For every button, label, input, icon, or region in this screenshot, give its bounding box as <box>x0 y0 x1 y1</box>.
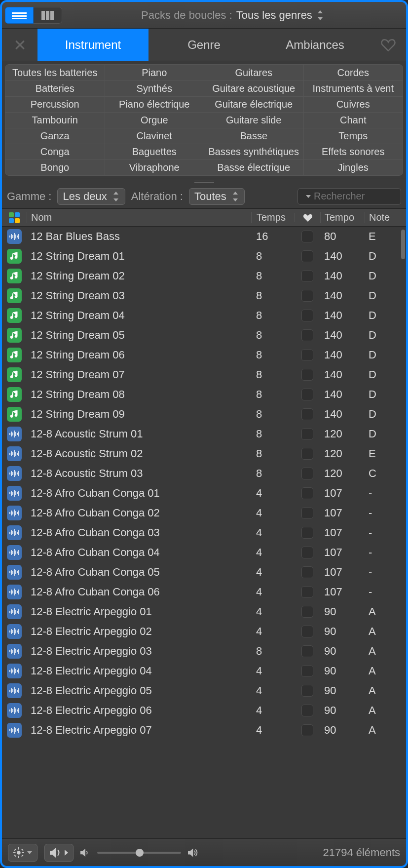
search-input[interactable] <box>314 191 408 202</box>
table-row[interactable]: 12 String Dream 068140D <box>2 345 406 365</box>
category-temps[interactable]: Temps <box>303 128 403 144</box>
column-temps[interactable]: Temps <box>251 212 295 223</box>
tab-instrument[interactable]: Instrument <box>37 29 148 61</box>
category-piano-lectrique[interactable]: Piano électrique <box>105 96 204 112</box>
favorite-checkbox[interactable] <box>301 626 313 637</box>
favorite-checkbox[interactable] <box>301 507 313 519</box>
table-row[interactable]: 12 String Dream 028140D <box>2 266 406 286</box>
table-row[interactable]: 12 String Dream 078140D <box>2 365 406 385</box>
alteration-dropdown[interactable]: Toutes <box>189 188 245 205</box>
scrollbar-thumb[interactable] <box>401 230 405 259</box>
category-guitare-lectrique[interactable]: Guitare électrique <box>204 96 303 112</box>
category-guitare-slide[interactable]: Guitare slide <box>204 112 303 128</box>
favorite-checkbox[interactable] <box>301 290 313 302</box>
tab-ambiances[interactable]: Ambiances <box>260 29 371 61</box>
category-basses-synth-tiques[interactable]: Basses synthétiques <box>204 144 303 159</box>
favorite-checkbox[interactable] <box>301 349 313 361</box>
category-effets-sonores[interactable]: Effets sonores <box>303 144 403 159</box>
favorite-checkbox[interactable] <box>301 270 313 282</box>
favorite-checkbox[interactable] <box>301 448 313 460</box>
category-jingles[interactable]: Jingles <box>303 159 403 175</box>
table-row[interactable]: 12-8 Acoustic Strum 018120D <box>2 424 406 444</box>
search-box[interactable] <box>297 188 401 205</box>
column-note[interactable]: Note <box>365 212 399 223</box>
category-basse[interactable]: Basse <box>204 128 303 144</box>
column-nom[interactable]: Nom <box>27 212 251 223</box>
category-cordes[interactable]: Cordes <box>303 65 403 80</box>
table-row[interactable]: 12-8 Electric Arpeggio 03890A <box>2 641 406 661</box>
table-row[interactable]: 12 Bar Blues Bass1680E <box>2 227 406 246</box>
column-type[interactable] <box>2 212 27 223</box>
view-mode-button-columns[interactable] <box>34 7 62 24</box>
table-row[interactable]: 12 String Dream 048140D <box>2 306 406 325</box>
favorite-checkbox[interactable] <box>301 705 313 716</box>
favorite-checkbox[interactable] <box>301 586 313 598</box>
category-toutes-les-batteries[interactable]: Toutes les batteries <box>5 65 105 80</box>
category-ganza[interactable]: Ganza <box>5 128 105 144</box>
favorite-checkbox[interactable] <box>301 547 313 558</box>
table-row[interactable]: 12 String Dream 088140D <box>2 385 406 404</box>
favorite-checkbox[interactable] <box>301 685 313 697</box>
category-guitares[interactable]: Guitares <box>204 65 303 80</box>
tab-genre[interactable]: Genre <box>148 29 260 61</box>
table-row[interactable]: 12-8 Afro Cuban Conga 044107- <box>2 543 406 562</box>
preview-volume-button[interactable] <box>44 844 74 862</box>
category-chant[interactable]: Chant <box>303 112 403 128</box>
table-row[interactable]: 12-8 Afro Cuban Conga 034107- <box>2 523 406 543</box>
favorite-checkbox[interactable] <box>301 389 313 400</box>
volume-knob[interactable] <box>136 849 144 857</box>
favorite-checkbox[interactable] <box>301 408 313 420</box>
category-clavinet[interactable]: Clavinet <box>105 128 204 144</box>
favorite-checkbox[interactable] <box>301 428 313 440</box>
column-tempo[interactable]: Tempo <box>320 212 365 223</box>
table-row[interactable]: 12-8 Electric Arpeggio 04490A <box>2 661 406 681</box>
table-row[interactable]: 12 String Dream 018140D <box>2 246 406 266</box>
table-row[interactable]: 12 String Dream 098140D <box>2 404 406 424</box>
category-percussion[interactable]: Percussion <box>5 96 105 112</box>
column-favorite[interactable] <box>295 213 320 222</box>
category-guitare-acoustique[interactable]: Guitare acoustique <box>204 80 303 96</box>
category-tambourin[interactable]: Tambourin <box>5 112 105 128</box>
table-row[interactable]: 12-8 Electric Arpeggio 06490A <box>2 701 406 720</box>
table-row[interactable]: 12-8 Electric Arpeggio 07490A <box>2 720 406 740</box>
favorite-checkbox[interactable] <box>301 606 313 618</box>
category-batteries[interactable]: Batteries <box>5 80 105 96</box>
category-baguettes[interactable]: Baguettes <box>105 144 204 159</box>
table-row[interactable]: 12-8 Afro Cuban Conga 064107- <box>2 582 406 602</box>
table-row[interactable]: 12-8 Afro Cuban Conga 014107- <box>2 483 406 503</box>
favorite-checkbox[interactable] <box>301 369 313 381</box>
favorite-checkbox[interactable] <box>301 724 313 736</box>
table-row[interactable]: 12-8 Acoustic Strum 038120C <box>2 464 406 483</box>
resize-grip[interactable] <box>2 179 406 184</box>
favorite-checkbox[interactable] <box>301 527 313 539</box>
table-row[interactable]: 12 String Dream 038140D <box>2 286 406 306</box>
category-basse-lectrique[interactable]: Basse électrique <box>204 159 303 175</box>
favorite-checkbox[interactable] <box>301 329 313 341</box>
gamme-dropdown[interactable]: Les deux <box>57 188 125 205</box>
category-conga[interactable]: Conga <box>5 144 105 159</box>
table-row[interactable]: 12-8 Electric Arpeggio 05490A <box>2 681 406 701</box>
settings-button[interactable] <box>8 844 37 862</box>
category-piano[interactable]: Piano <box>105 65 204 80</box>
table-row[interactable]: 12-8 Afro Cuban Conga 054107- <box>2 562 406 582</box>
category-instruments-vent[interactable]: Instruments à vent <box>303 80 403 96</box>
table-row[interactable]: 12-8 Electric Arpeggio 01490A <box>2 602 406 622</box>
table-row[interactable]: 12-8 Electric Arpeggio 02490A <box>2 622 406 641</box>
table-row[interactable]: 12-8 Acoustic Strum 028120E <box>2 444 406 464</box>
loop-pack-selector[interactable]: Packs de boucles : Tous les genres <box>62 9 403 22</box>
category-synth-s[interactable]: Synthés <box>105 80 204 96</box>
category-orgue[interactable]: Orgue <box>105 112 204 128</box>
view-mode-button-list[interactable] <box>5 7 34 24</box>
table-row[interactable]: 12-8 Afro Cuban Conga 024107- <box>2 503 406 523</box>
favorite-checkbox[interactable] <box>301 310 313 321</box>
clear-filters-button[interactable] <box>2 38 37 52</box>
favorites-tab[interactable] <box>371 39 406 51</box>
table-row[interactable]: 12 String Dream 058140D <box>2 325 406 345</box>
favorite-checkbox[interactable] <box>301 665 313 677</box>
favorite-checkbox[interactable] <box>301 250 313 262</box>
category-vibraphone[interactable]: Vibraphone <box>105 159 204 175</box>
favorite-checkbox[interactable] <box>301 487 313 499</box>
favorite-checkbox[interactable] <box>301 566 313 578</box>
favorite-checkbox[interactable] <box>301 468 313 479</box>
category-bongo[interactable]: Bongo <box>5 159 105 175</box>
